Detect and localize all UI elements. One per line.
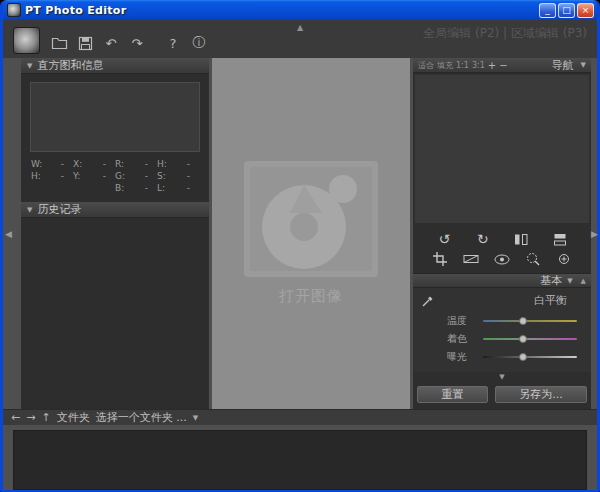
history-list bbox=[21, 218, 209, 409]
minimize-button[interactable]: _ bbox=[539, 3, 556, 18]
tab-local-edit[interactable]: 区域编辑 (P3) bbox=[511, 26, 587, 40]
help-icon[interactable]: ? bbox=[162, 32, 184, 54]
info-label: S: bbox=[157, 170, 174, 182]
info-value: - bbox=[174, 182, 199, 194]
info-label: R: bbox=[115, 158, 132, 170]
zoom-fill-button[interactable]: 填充 bbox=[437, 60, 453, 71]
up-folder-icon[interactable]: ↑ bbox=[41, 411, 50, 424]
flip-horizontal-icon[interactable] bbox=[511, 231, 531, 247]
white-balance-label[interactable]: 白平衡 bbox=[534, 293, 567, 308]
info-value: - bbox=[90, 170, 115, 182]
zoom-1-1-button[interactable]: 1:1 bbox=[456, 61, 469, 70]
collapse-arrow-icon: ▼ bbox=[27, 62, 32, 70]
temperature-slider[interactable] bbox=[483, 320, 577, 322]
transform-tool-row: ↺ ↻ bbox=[425, 231, 579, 247]
dropdown-arrow-icon[interactable]: ▼ bbox=[193, 414, 198, 422]
rotate-cw-icon[interactable]: ↻ bbox=[473, 231, 493, 247]
eyedropper-icon[interactable] bbox=[421, 294, 435, 308]
histogram-section-header[interactable]: ▼ 直方图和信息 bbox=[21, 58, 209, 74]
info-label bbox=[31, 182, 48, 194]
edit-mode-tabs: 全局编辑 (P2) | 区域编辑 (P3) bbox=[423, 25, 587, 42]
left-gutter: ◀ bbox=[3, 58, 18, 409]
zoom-out-button[interactable]: − bbox=[499, 60, 507, 71]
navigator-label: 导航 bbox=[552, 58, 574, 73]
filmstrip-thumbnails bbox=[13, 430, 587, 490]
rotate-ccw-icon[interactable]: ↺ bbox=[434, 231, 454, 247]
info-value: - bbox=[48, 158, 73, 170]
history-section-header[interactable]: ▼ 历史记录 bbox=[21, 202, 209, 218]
window-controls: _ □ × bbox=[539, 3, 594, 18]
info-label: G: bbox=[115, 170, 132, 182]
history-header-label: 历史记录 bbox=[37, 202, 81, 217]
info-label: W: bbox=[31, 158, 48, 170]
zoom-fit-button[interactable]: 适合 bbox=[418, 60, 434, 71]
info-value: - bbox=[174, 170, 199, 182]
collapse-right-panel-icon[interactable]: ▶ bbox=[591, 229, 598, 239]
reset-button[interactable]: 重置 bbox=[417, 386, 488, 403]
histogram-display bbox=[30, 82, 200, 152]
info-icon[interactable]: ⓘ bbox=[188, 32, 210, 54]
slider-thumb[interactable] bbox=[519, 353, 527, 361]
straighten-tool-icon[interactable] bbox=[461, 251, 481, 267]
slider-thumb[interactable] bbox=[519, 335, 527, 343]
main-area: ◀ ▼ 直方图和信息 W:- X:- R:- H:- H:- Y:- G:- S… bbox=[3, 58, 597, 409]
collapse-arrow-icon: ▼ bbox=[567, 277, 572, 285]
folder-select[interactable]: 选择一个文件夹 ... bbox=[96, 410, 187, 425]
scroll-down-icon[interactable]: ▼ bbox=[413, 372, 591, 382]
folder-label: 文件夹 bbox=[57, 410, 90, 425]
info-value: - bbox=[132, 158, 157, 170]
tab-separator: | bbox=[503, 26, 507, 40]
crop-tool-icon[interactable] bbox=[430, 251, 450, 267]
exposure-slider[interactable] bbox=[483, 356, 577, 358]
zoom-3-1-button[interactable]: 3:1 bbox=[472, 61, 485, 70]
collapse-left-panel-icon[interactable]: ◀ bbox=[5, 229, 12, 239]
image-canvas[interactable]: 打开图像 bbox=[212, 58, 410, 409]
maximize-button[interactable]: □ bbox=[558, 3, 575, 18]
navigation-header: 适合 填充 1:1 3:1 + − 导航 ▼ bbox=[413, 58, 591, 73]
forward-icon[interactable]: → bbox=[26, 411, 35, 424]
tint-label: 着色 bbox=[447, 332, 479, 346]
spot-removal-tool-icon[interactable] bbox=[523, 251, 543, 267]
scroll-up-icon[interactable]: ▲ bbox=[581, 277, 586, 285]
collapse-arrow-icon[interactable]: ▼ bbox=[581, 61, 586, 69]
white-balance-row: 白平衡 bbox=[421, 293, 581, 308]
white-balance-section: 白平衡 温度 着色 曝光 bbox=[413, 288, 591, 372]
info-value: - bbox=[132, 182, 157, 194]
back-icon[interactable]: ← bbox=[11, 411, 20, 424]
basic-section-header[interactable]: 基本 ▼ ▲ bbox=[413, 273, 591, 288]
save-as-button[interactable]: 另存为... bbox=[495, 386, 587, 403]
app-logo-icon bbox=[13, 27, 40, 54]
titlebar[interactable]: PT Photo Editor _ □ × bbox=[3, 0, 597, 20]
tool-palette: ↺ ↻ bbox=[413, 225, 591, 273]
basic-header-label: 基本 bbox=[540, 273, 562, 288]
info-value bbox=[90, 182, 115, 194]
image-info-grid: W:- X:- R:- H:- H:- Y:- G:- S:- B:- L:- bbox=[31, 158, 199, 194]
zoom-in-button[interactable]: + bbox=[488, 60, 496, 71]
open-image-label[interactable]: 打开图像 bbox=[279, 287, 343, 306]
info-label: H: bbox=[31, 170, 48, 182]
slider-thumb[interactable] bbox=[519, 317, 527, 325]
info-label: H: bbox=[157, 158, 174, 170]
flip-vertical-icon[interactable] bbox=[550, 231, 570, 247]
save-icon[interactable] bbox=[74, 32, 96, 54]
adjustment-brush-tool-icon[interactable] bbox=[554, 251, 574, 267]
tab-global-edit[interactable]: 全局编辑 (P2) bbox=[423, 26, 499, 40]
info-label: L: bbox=[157, 182, 174, 194]
temperature-slider-row: 温度 bbox=[421, 312, 581, 330]
tint-slider[interactable] bbox=[483, 338, 577, 340]
info-label: Y: bbox=[73, 170, 90, 182]
left-panel: ▼ 直方图和信息 W:- X:- R:- H:- H:- Y:- G:- S:-… bbox=[21, 58, 209, 409]
redo-icon[interactable]: ↷ bbox=[126, 32, 148, 54]
info-label bbox=[73, 182, 90, 194]
collapse-top-arrow-icon[interactable]: ▲ bbox=[297, 23, 303, 32]
tint-slider-row: 着色 bbox=[421, 330, 581, 348]
close-button[interactable]: × bbox=[577, 3, 594, 18]
open-folder-icon[interactable] bbox=[48, 32, 70, 54]
exposure-label: 曝光 bbox=[447, 350, 479, 364]
undo-icon[interactable]: ↶ bbox=[100, 32, 122, 54]
app-icon bbox=[7, 3, 21, 17]
app-window: PT Photo Editor _ □ × ↶ ↷ ? ⓘ 全局编辑 (P2) … bbox=[0, 0, 600, 492]
red-eye-tool-icon[interactable] bbox=[492, 251, 512, 267]
info-value bbox=[48, 182, 73, 194]
exposure-slider-row: 曝光 bbox=[421, 348, 581, 366]
